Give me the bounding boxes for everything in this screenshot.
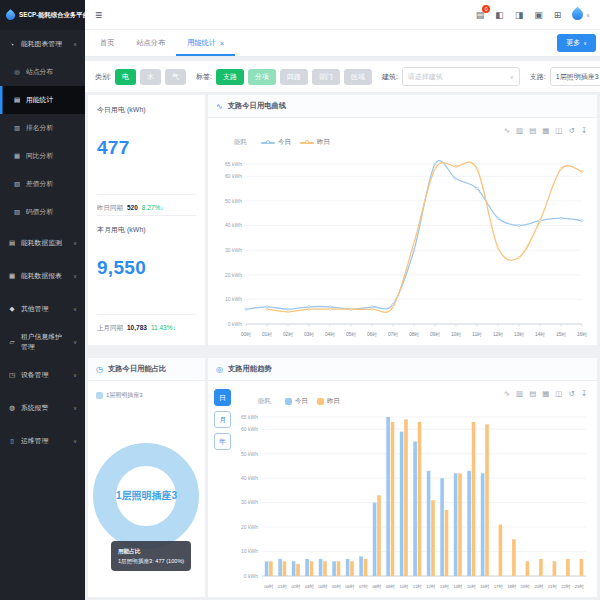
sidebar-group-header[interactable]: ▯运维管理∨: [0, 424, 85, 457]
theme-icon[interactable]: ◨: [515, 10, 524, 20]
message-icon[interactable]: ▤0: [476, 10, 485, 20]
sidebar-group-header[interactable]: ◍系统报警∨: [0, 391, 85, 424]
sidebar-group-label: 能耗数据报表: [21, 271, 62, 281]
data-view-icon[interactable]: ▦: [542, 126, 549, 135]
alarm-icon: ◍: [8, 404, 16, 412]
sidebar-item[interactable]: ▥排名分析: [0, 114, 85, 142]
user-avatar[interactable]: ∨: [572, 9, 590, 20]
sidebar-item[interactable]: ▨码值分析: [0, 198, 85, 226]
hamburger-icon[interactable]: ≡: [95, 8, 102, 22]
building-placeholder: 请选择建筑: [408, 72, 443, 82]
copy-doc-icon[interactable]: ▣: [534, 10, 543, 20]
bar-type-icon[interactable]: ▥: [516, 126, 523, 135]
meter-icon: ▨: [13, 208, 21, 216]
filter-bar: 类别: 电水气 标签: 支路分项回路部门区域 建筑: 请选择建筑 ∨ 支路: 1…: [85, 61, 600, 92]
sidebar-menu: ◔能耗图表管理∧◎站点分布▤用能统计▥排名分析▦同比分析▧差值分析▨码值分析▤能…: [0, 30, 85, 457]
sidebar-group-label: 能耗数据监测: [21, 238, 62, 248]
svg-text:12时: 12时: [493, 332, 503, 337]
line-chart-panel: ∿ 支路今日用电曲线 ∿▥▤▦◫↺↧ 能耗今日昨日 0 kWh10 kWh20 …: [208, 95, 597, 345]
legend-item[interactable]: 今日: [285, 397, 308, 406]
legend-item[interactable]: 今日: [261, 138, 291, 147]
svg-text:0 kWh: 0 kWh: [244, 573, 258, 579]
svg-text:30 kWh: 30 kWh: [225, 247, 242, 253]
tab-首页[interactable]: 首页: [89, 30, 125, 56]
kpi-month-compare: 上月同期 10,783 11.43%↓: [97, 314, 196, 335]
lock-icon[interactable]: ◧: [495, 10, 504, 20]
period-button[interactable]: 月: [214, 411, 231, 428]
svg-text:06时: 06时: [345, 584, 355, 589]
svg-text:04时: 04时: [318, 584, 328, 589]
more-button[interactable]: 更多 ∨: [557, 34, 596, 52]
sidebar-item[interactable]: ▧差值分析: [0, 170, 85, 198]
filter-chip[interactable]: 区域: [344, 69, 372, 85]
sidebar-item-label: 用能统计: [26, 95, 53, 105]
branch-select[interactable]: 1层照明插座3 ∨: [550, 67, 600, 86]
donut-chart-panel: ◷ 支路今日用能占比 1层照明插座3 1层照明插座3 用能占比 1层照明插座3:…: [88, 358, 205, 597]
svg-text:13时: 13时: [440, 584, 450, 589]
legend-item[interactable]: 1层照明插座3: [96, 391, 143, 400]
restore-icon[interactable]: ↺: [568, 126, 574, 135]
compare-value: 520: [127, 204, 138, 211]
chevron-down-icon: ∨: [73, 372, 77, 378]
location-icon: ◎: [13, 68, 21, 76]
tab-用能统计[interactable]: 用能统计×: [176, 30, 235, 56]
period-button[interactable]: 日: [214, 389, 231, 406]
chevron-down-icon: ∨: [510, 74, 514, 80]
legend-label: 昨日: [317, 138, 330, 147]
save-image-icon[interactable]: ↧: [581, 126, 587, 135]
report-icon: ▦: [8, 272, 16, 280]
period-button[interactable]: 年: [214, 433, 231, 450]
restore-icon[interactable]: ↺: [568, 389, 574, 398]
tab-站点分布[interactable]: 站点分布: [125, 30, 176, 56]
branch-label: 支路:: [530, 72, 546, 82]
bar-type-icon[interactable]: ▥: [516, 389, 523, 398]
sidebar-group-header[interactable]: ▱租户信息维护管理∨: [0, 325, 85, 358]
save-image-icon[interactable]: ↧: [581, 389, 587, 398]
sidebar-group-header[interactable]: ▦能耗数据报表∨: [0, 259, 85, 292]
kpi-card: 今日用电 (kWh) 477 昨日同期 520 8.27%↓ 本月用电 (kWh…: [88, 95, 205, 345]
filter-chip[interactable]: 部门: [312, 69, 340, 85]
line-chart-icon: ∿: [216, 102, 223, 111]
category-label: 类别:: [95, 72, 111, 82]
sidebar-group-header[interactable]: ◆其他管理∨: [0, 292, 85, 325]
kpi-month-title: 本月用电 (kWh): [97, 225, 196, 235]
filter-chip[interactable]: 电: [115, 69, 136, 85]
stack-icon[interactable]: ▤: [529, 126, 536, 135]
tab-close-icon[interactable]: ×: [220, 40, 224, 47]
header-actions: ▤0◧◨▣⊞ ∨: [476, 9, 590, 20]
line-type-icon[interactable]: ∿: [504, 389, 510, 398]
legend-square-marker: [317, 398, 324, 405]
sidebar-group-header[interactable]: ▤能耗数据监测∨: [0, 226, 85, 259]
header-icon-group: ▤0◧◨▣⊞: [476, 10, 562, 20]
svg-text:16时: 16时: [480, 584, 490, 589]
building-select[interactable]: 请选择建筑 ∨: [402, 67, 520, 86]
legend-item[interactable]: 昨日: [300, 138, 330, 147]
legend-item[interactable]: 昨日: [317, 397, 340, 406]
svg-text:17时: 17时: [494, 584, 504, 589]
tiled-icon[interactable]: ◫: [555, 126, 562, 135]
fullscreen-icon[interactable]: ⊞: [554, 10, 562, 20]
tab-label: 站点分布: [136, 38, 165, 48]
sidebar-group-header[interactable]: ◔能耗图表管理∧: [0, 30, 85, 58]
filter-chip[interactable]: 水: [140, 69, 161, 85]
sidebar-item[interactable]: ▤用能统计: [0, 86, 85, 114]
filter-chip[interactable]: 支路: [216, 69, 244, 85]
line-type-icon[interactable]: ∿: [504, 126, 510, 135]
tag-label: 标签:: [196, 72, 212, 82]
stack-icon[interactable]: ▤: [529, 389, 536, 398]
sidebar-group-header[interactable]: ◳设备管理∨: [0, 358, 85, 391]
compare-label: 上月同期: [97, 324, 123, 333]
sidebar-group: ▦能耗数据报表∨: [0, 259, 85, 292]
svg-text:23时: 23时: [575, 584, 585, 589]
filter-chip[interactable]: 回路: [280, 69, 308, 85]
sidebar-item[interactable]: ◎站点分布: [0, 58, 85, 86]
tiled-icon[interactable]: ◫: [555, 389, 562, 398]
svg-text:65 kWh: 65 kWh: [241, 414, 258, 420]
sidebar-item[interactable]: ▦同比分析: [0, 142, 85, 170]
svg-text:08时: 08时: [409, 332, 419, 337]
data-view-icon[interactable]: ▦: [542, 389, 549, 398]
svg-text:50 kWh: 50 kWh: [241, 451, 258, 457]
filter-chip[interactable]: 气: [165, 69, 186, 85]
filter-chip[interactable]: 分项: [248, 69, 276, 85]
chart-doc-icon: ▤: [13, 96, 21, 104]
